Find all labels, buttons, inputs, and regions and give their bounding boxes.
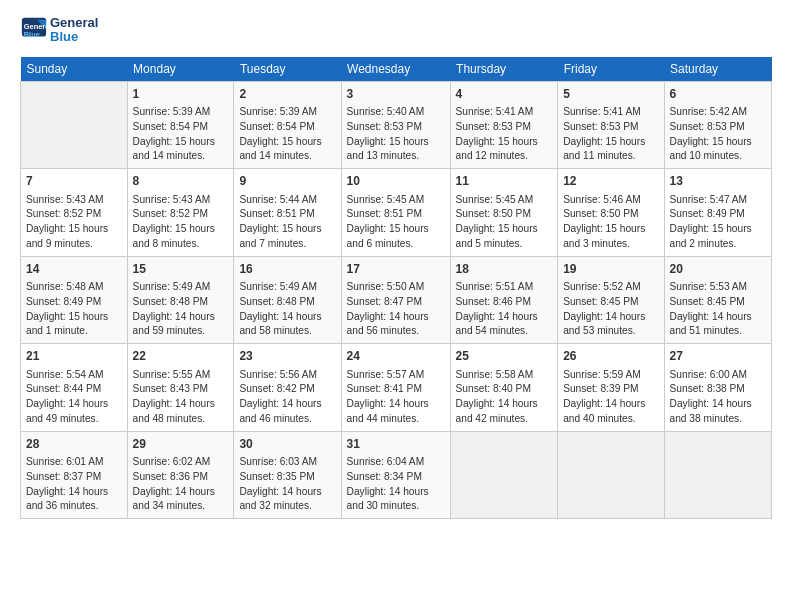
day-number: 6 <box>670 86 766 103</box>
calendar-header-row: SundayMondayTuesdayWednesdayThursdayFrid… <box>21 57 772 82</box>
logo-general: General <box>50 16 98 30</box>
calendar-week-row: 7Sunrise: 5:43 AMSunset: 8:52 PMDaylight… <box>21 169 772 257</box>
logo: General Blue General Blue <box>20 16 98 45</box>
header-monday: Monday <box>127 57 234 82</box>
header-friday: Friday <box>558 57 664 82</box>
day-number: 27 <box>670 348 766 365</box>
calendar-cell: 2Sunrise: 5:39 AMSunset: 8:54 PMDaylight… <box>234 81 341 169</box>
calendar-cell: 27Sunrise: 6:00 AMSunset: 8:38 PMDayligh… <box>664 344 771 432</box>
calendar-cell: 25Sunrise: 5:58 AMSunset: 8:40 PMDayligh… <box>450 344 558 432</box>
calendar-cell: 20Sunrise: 5:53 AMSunset: 8:45 PMDayligh… <box>664 256 771 344</box>
calendar-week-row: 28Sunrise: 6:01 AMSunset: 8:37 PMDayligh… <box>21 431 772 519</box>
calendar-cell: 8Sunrise: 5:43 AMSunset: 8:52 PMDaylight… <box>127 169 234 257</box>
calendar-cell: 28Sunrise: 6:01 AMSunset: 8:37 PMDayligh… <box>21 431 128 519</box>
calendar-cell: 9Sunrise: 5:44 AMSunset: 8:51 PMDaylight… <box>234 169 341 257</box>
day-number: 18 <box>456 261 553 278</box>
day-number: 7 <box>26 173 122 190</box>
calendar-cell: 19Sunrise: 5:52 AMSunset: 8:45 PMDayligh… <box>558 256 664 344</box>
day-number: 17 <box>347 261 445 278</box>
calendar-cell: 24Sunrise: 5:57 AMSunset: 8:41 PMDayligh… <box>341 344 450 432</box>
day-number: 19 <box>563 261 658 278</box>
calendar-cell <box>450 431 558 519</box>
header-tuesday: Tuesday <box>234 57 341 82</box>
day-number: 31 <box>347 436 445 453</box>
calendar-week-row: 1Sunrise: 5:39 AMSunset: 8:54 PMDaylight… <box>21 81 772 169</box>
day-number: 20 <box>670 261 766 278</box>
day-number: 28 <box>26 436 122 453</box>
day-number: 2 <box>239 86 335 103</box>
calendar-cell: 22Sunrise: 5:55 AMSunset: 8:43 PMDayligh… <box>127 344 234 432</box>
day-number: 22 <box>133 348 229 365</box>
day-number: 13 <box>670 173 766 190</box>
day-number: 14 <box>26 261 122 278</box>
calendar-cell: 21Sunrise: 5:54 AMSunset: 8:44 PMDayligh… <box>21 344 128 432</box>
calendar-cell: 6Sunrise: 5:42 AMSunset: 8:53 PMDaylight… <box>664 81 771 169</box>
day-number: 8 <box>133 173 229 190</box>
day-number: 3 <box>347 86 445 103</box>
calendar-table: SundayMondayTuesdayWednesdayThursdayFrid… <box>20 57 772 520</box>
page-header: General Blue General Blue <box>20 16 772 45</box>
calendar-cell: 10Sunrise: 5:45 AMSunset: 8:51 PMDayligh… <box>341 169 450 257</box>
calendar-cell: 29Sunrise: 6:02 AMSunset: 8:36 PMDayligh… <box>127 431 234 519</box>
calendar-cell <box>664 431 771 519</box>
logo-blue: Blue <box>50 30 98 44</box>
calendar-cell: 30Sunrise: 6:03 AMSunset: 8:35 PMDayligh… <box>234 431 341 519</box>
day-number: 23 <box>239 348 335 365</box>
calendar-cell: 18Sunrise: 5:51 AMSunset: 8:46 PMDayligh… <box>450 256 558 344</box>
svg-text:Blue: Blue <box>24 30 40 39</box>
day-number: 5 <box>563 86 658 103</box>
calendar-cell: 12Sunrise: 5:46 AMSunset: 8:50 PMDayligh… <box>558 169 664 257</box>
header-wednesday: Wednesday <box>341 57 450 82</box>
day-number: 12 <box>563 173 658 190</box>
calendar-cell <box>558 431 664 519</box>
day-number: 26 <box>563 348 658 365</box>
calendar-cell: 13Sunrise: 5:47 AMSunset: 8:49 PMDayligh… <box>664 169 771 257</box>
calendar-cell: 15Sunrise: 5:49 AMSunset: 8:48 PMDayligh… <box>127 256 234 344</box>
header-saturday: Saturday <box>664 57 771 82</box>
calendar-cell <box>21 81 128 169</box>
day-number: 25 <box>456 348 553 365</box>
header-sunday: Sunday <box>21 57 128 82</box>
calendar-cell: 1Sunrise: 5:39 AMSunset: 8:54 PMDaylight… <box>127 81 234 169</box>
calendar-cell: 14Sunrise: 5:48 AMSunset: 8:49 PMDayligh… <box>21 256 128 344</box>
day-number: 15 <box>133 261 229 278</box>
calendar-cell: 4Sunrise: 5:41 AMSunset: 8:53 PMDaylight… <box>450 81 558 169</box>
calendar-cell: 11Sunrise: 5:45 AMSunset: 8:50 PMDayligh… <box>450 169 558 257</box>
calendar-week-row: 14Sunrise: 5:48 AMSunset: 8:49 PMDayligh… <box>21 256 772 344</box>
calendar-cell: 7Sunrise: 5:43 AMSunset: 8:52 PMDaylight… <box>21 169 128 257</box>
calendar-cell: 5Sunrise: 5:41 AMSunset: 8:53 PMDaylight… <box>558 81 664 169</box>
day-number: 30 <box>239 436 335 453</box>
logo-icon: General Blue <box>20 16 48 44</box>
day-number: 1 <box>133 86 229 103</box>
day-number: 29 <box>133 436 229 453</box>
day-number: 10 <box>347 173 445 190</box>
calendar-cell: 3Sunrise: 5:40 AMSunset: 8:53 PMDaylight… <box>341 81 450 169</box>
calendar-cell: 26Sunrise: 5:59 AMSunset: 8:39 PMDayligh… <box>558 344 664 432</box>
calendar-cell: 31Sunrise: 6:04 AMSunset: 8:34 PMDayligh… <box>341 431 450 519</box>
calendar-cell: 16Sunrise: 5:49 AMSunset: 8:48 PMDayligh… <box>234 256 341 344</box>
day-number: 11 <box>456 173 553 190</box>
day-number: 4 <box>456 86 553 103</box>
day-number: 21 <box>26 348 122 365</box>
calendar-cell: 17Sunrise: 5:50 AMSunset: 8:47 PMDayligh… <box>341 256 450 344</box>
day-number: 16 <box>239 261 335 278</box>
day-number: 24 <box>347 348 445 365</box>
calendar-cell: 23Sunrise: 5:56 AMSunset: 8:42 PMDayligh… <box>234 344 341 432</box>
header-thursday: Thursday <box>450 57 558 82</box>
day-number: 9 <box>239 173 335 190</box>
calendar-week-row: 21Sunrise: 5:54 AMSunset: 8:44 PMDayligh… <box>21 344 772 432</box>
